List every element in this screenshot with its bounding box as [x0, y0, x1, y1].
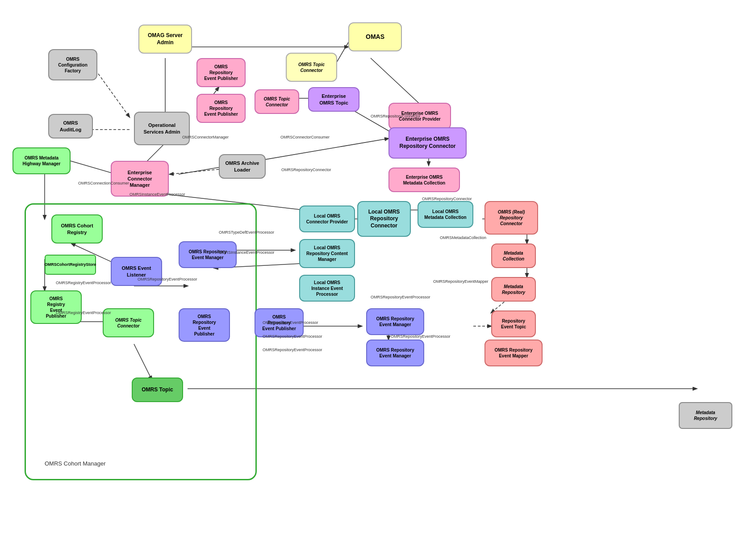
node-omrs-cohort-registry: OMRS CohortRegistry	[51, 214, 103, 243]
node-omrs-repo-event-manager-bottom: OMRS RepositoryEvent Manager	[366, 340, 424, 366]
label-omrs-repo-event-processor-5: OMRSRepositoryEventProcessor	[391, 334, 451, 339]
label-omrs-repo-event-processor-1: OMRSRepositoryEventProcessor	[138, 277, 197, 281]
svg-line-2	[98, 74, 129, 117]
label-omrs-repo-connector-2: OMRSRepositoryConnector	[281, 168, 331, 172]
label-omrs-repo-event-mapper: OMRSRepositoryEventMapper	[433, 279, 489, 284]
label-omrs-type-def-event-processor: OMRSTypeDefEventProcessor	[219, 230, 274, 235]
label-omrs-repo-event-processor-2: OMRSRepositoryEventProcessor	[263, 334, 322, 339]
label-omrs-connector-consumer-3: OMRSConnectorConsumer	[280, 135, 330, 139]
cohort-manager-label: OMRS Cohort Manager	[45, 460, 106, 467]
node-enterprise-omrs-topic: EnterpriseOMRS Topic	[308, 87, 359, 112]
label-omrs-repo-connector-1: OMRSRepositoryConnector	[371, 114, 421, 118]
label-omrs-instance-event-processor-2: OMRSInstanceEventProcessor	[219, 250, 275, 255]
node-operational-services-admin: OperationalServices Admin	[134, 112, 190, 145]
node-metadata-collection-real: MetadataCollection	[491, 243, 536, 268]
node-omrs-archive-loader: OMRS ArchiveLoader	[219, 154, 266, 179]
node-omrs-topic-connector-pink: OMRS TopicConnector	[255, 89, 299, 114]
diagram-container: OMAG Server Admin OMAS OMRSConfiguration…	[0, 0, 756, 533]
label-omrs-instance-event-processor-3: OMRSInstanceEventProcessor	[263, 320, 318, 325]
node-local-omrs-metadata-collection: Local OMRSMetadata Collection	[418, 201, 473, 228]
node-omrs-repo-event-pub-2: OMRSRepositoryEvent Publisher	[196, 94, 246, 123]
label-omrs-repo-connector-3: OMRSRepositoryConnector	[422, 197, 472, 201]
node-repo-event-topic: RepositoryEvent Topic	[491, 311, 536, 337]
node-omrs-repo-event-manager-left: OMRS RepositoryEvent Manager	[179, 241, 237, 268]
label-omrs-metadata-collection: OMRSMetadataCollection	[440, 235, 486, 240]
label-omrs-instance-event-processor-1: OMRSInstanceEventProcessor	[129, 192, 185, 197]
node-omrs-real-repo-connector: OMRS (Real)RepositoryConnector	[485, 201, 538, 235]
node-enterprise-omrs-metadata-collection: Enterprise OMRSMetadata Collection	[388, 168, 460, 192]
node-local-omrs-connector-provider: Local OMRSConnector Provider	[299, 206, 355, 232]
node-omrs-audit-log: OMRSAuditLog	[48, 114, 93, 138]
node-omas: OMAS	[348, 22, 402, 51]
node-omrs-repo-event-manager-right: OMRS RepositoryEvent Manager	[366, 308, 424, 335]
node-omrs-repo-event-pub-1: OMRSRepositoryEvent Publisher	[196, 58, 246, 87]
node-enterprise-connector-manager: EnterpriseConnectorManager	[111, 161, 169, 197]
label-omrs-registry-event-processor-1: OMRSRegistryEventProcessor	[56, 281, 111, 285]
node-local-omrs-instance-event-processor: Local OMRSInstance EventProcessor	[299, 275, 355, 302]
node-enterprise-omrs-repo-connector: Enterprise OMRSRepository Connector	[388, 127, 467, 159]
svg-line-15	[63, 159, 116, 174]
node-metadata-repository-1: MetadataRepository	[491, 277, 536, 302]
node-omrs-cohort-registry-store: OMRSCohortRegistryStore	[45, 255, 96, 275]
node-local-omrs-repo-content-manager: Local OMRSRepository ContentManager	[299, 239, 355, 268]
node-omrs-repo-event-pub-left: OMRSRepositoryEventPublisher	[179, 308, 230, 342]
node-omrs-topic-connector-yellow: OMRS TopicConnector	[286, 53, 337, 82]
label-omrs-connector-consumer: OMRSConnectorManager	[182, 135, 229, 139]
node-omrs-metadata-highway-manager: OMRS MetadataHighway Manager	[13, 147, 71, 174]
node-omrs-config-factory: OMRSConfigurationFactory	[48, 49, 97, 80]
label-omrs-connector-consumer-2: OMRSConnectionConsumer	[78, 181, 129, 185]
node-metadata-repository-bottom: MetadataRepository	[679, 402, 732, 429]
node-omrs-topic: OMRS Topic	[132, 378, 183, 402]
label-omrs-repo-event-processor-4: OMRSRepositoryEventProcessor	[371, 295, 430, 299]
node-omrs-event-listener: OMRS EventListener	[111, 257, 162, 286]
node-omrs-repo-event-mapper: OMRS RepositoryEvent Mapper	[485, 340, 543, 366]
label-omrs-registry-event-processor-2: OMRSRegistryEventProcessor	[56, 311, 111, 315]
node-omrs-registry-event-publisher: OMRSRegistryEventPublisher	[30, 290, 82, 324]
node-omag-server-admin: OMAG Server Admin	[138, 25, 192, 54]
node-local-omrs-repo-connector: Local OMRSRepositoryConnector	[357, 201, 411, 237]
label-omrs-repo-event-processor-3: OMRSRepositoryEventProcessor	[263, 348, 322, 352]
